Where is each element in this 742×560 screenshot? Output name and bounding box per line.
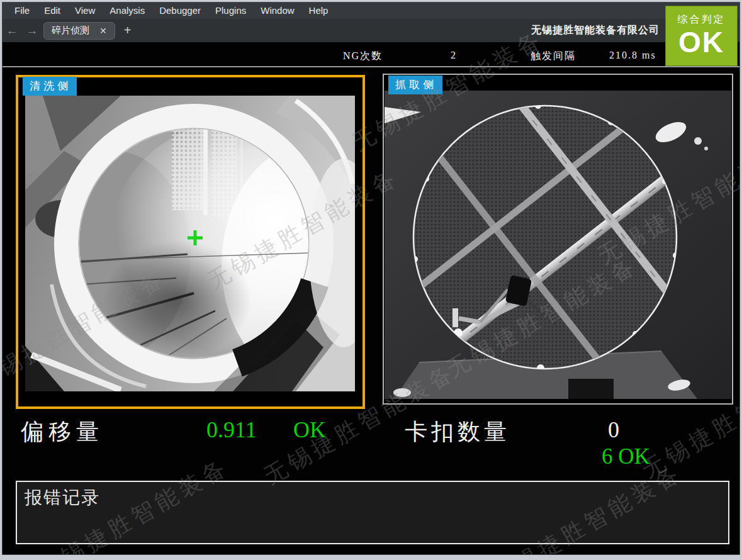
clip-count-status: 6 OK bbox=[602, 444, 650, 469]
menu-item-view[interactable]: View bbox=[75, 5, 95, 16]
trigger-interval-value: 210.8 ms bbox=[609, 50, 656, 61]
menu-item-plugins[interactable]: Plugins bbox=[215, 5, 246, 16]
judgement-value: OK bbox=[678, 28, 724, 57]
tab-close-icon[interactable]: ✕ bbox=[99, 26, 107, 36]
back-arrow-icon[interactable]: ← bbox=[2, 24, 22, 38]
offset-metric-value: 0.911 bbox=[206, 417, 257, 443]
menu-bar: File Edit View Analysis Debugger Plugins… bbox=[2, 2, 740, 19]
trigger-interval-label: 触发间隔 bbox=[531, 50, 576, 63]
company-name: 无锡捷胜智能装备有限公司 bbox=[531, 24, 660, 37]
left-camera-image bbox=[25, 96, 355, 391]
app-window: File Edit View Analysis Debugger Plugins… bbox=[0, 0, 742, 560]
ng-count-value: 2 bbox=[451, 50, 457, 61]
menu-item-edit[interactable]: Edit bbox=[44, 5, 60, 16]
offset-metric-label: 偏移量 bbox=[21, 417, 104, 447]
menu-item-file[interactable]: File bbox=[14, 5, 30, 16]
new-tab-icon[interactable]: + bbox=[124, 23, 132, 38]
judgement-label: 综合判定 bbox=[678, 13, 726, 26]
menu-item-debugger[interactable]: Debugger bbox=[159, 5, 201, 16]
forward-arrow-icon[interactable]: → bbox=[22, 24, 42, 38]
error-log-title: 报错记录 bbox=[25, 486, 728, 510]
tab-fragment-detection[interactable]: 碎片侦测 ✕ bbox=[43, 22, 115, 40]
right-camera-view-label: 抓取侧 bbox=[388, 76, 442, 94]
clip-count-value: 0 bbox=[608, 417, 619, 443]
offset-metric-status: OK bbox=[293, 417, 326, 443]
left-camera-view-label: 清洗侧 bbox=[23, 77, 77, 96]
tab-bar: ← → 碎片侦测 ✕ + 无锡捷胜智能装备有限公司 bbox=[2, 19, 740, 42]
menu-item-window[interactable]: Window bbox=[261, 5, 294, 16]
stats-separator-line bbox=[2, 66, 740, 67]
ng-count-label: NG次数 bbox=[343, 50, 383, 63]
error-log-panel: 报错记录 bbox=[16, 481, 729, 544]
tab-label: 碎片侦测 bbox=[52, 25, 89, 36]
clip-count-label: 卡扣数量 bbox=[405, 417, 510, 447]
right-camera-image bbox=[385, 91, 731, 399]
menu-item-help[interactable]: Help bbox=[309, 5, 329, 16]
menu-item-analysis[interactable]: Analysis bbox=[110, 5, 145, 16]
overall-judgement-badge: 综合判定 OK bbox=[665, 6, 738, 66]
